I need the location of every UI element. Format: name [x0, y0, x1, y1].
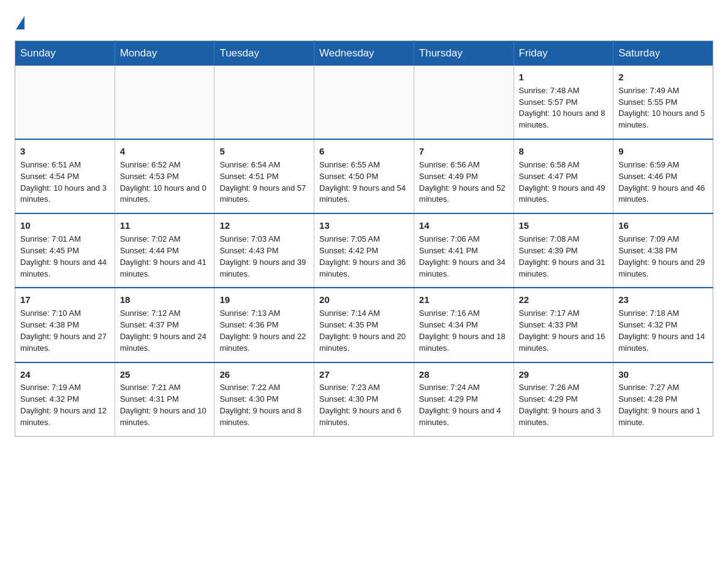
day-info-text: Sunset: 4:35 PM — [319, 320, 409, 331]
day-info-text: Sunrise: 7:02 AM — [120, 234, 210, 245]
day-number: 6 — [319, 145, 409, 158]
calendar-header-tuesday: Tuesday — [214, 41, 314, 66]
calendar-week-row: 1Sunrise: 7:48 AMSunset: 5:57 PMDaylight… — [15, 66, 713, 139]
calendar-cell — [414, 66, 514, 139]
calendar-cell: 9Sunrise: 6:59 AMSunset: 4:46 PMDaylight… — [613, 139, 713, 213]
day-info-text: Daylight: 9 hours and 34 minutes. — [419, 257, 509, 280]
day-info-text: Daylight: 10 hours and 3 minutes. — [20, 183, 110, 206]
day-number: 9 — [618, 145, 708, 158]
day-info-text: Sunset: 4:50 PM — [319, 171, 409, 183]
calendar-cell: 29Sunrise: 7:26 AMSunset: 4:29 PMDayligh… — [514, 362, 613, 437]
day-info-text: Sunset: 4:38 PM — [20, 320, 110, 331]
day-info-text: Sunset: 4:46 PM — [618, 171, 708, 183]
day-info-text: Sunrise: 7:17 AM — [519, 308, 609, 320]
day-number: 14 — [419, 219, 509, 232]
day-number: 21 — [419, 293, 509, 307]
day-info-text: Daylight: 9 hours and 29 minutes. — [618, 257, 708, 280]
day-number: 29 — [519, 368, 609, 381]
day-info-text: Sunset: 4:45 PM — [20, 245, 110, 257]
day-info-text: Daylight: 9 hours and 46 minutes. — [618, 183, 708, 206]
day-number: 25 — [120, 368, 210, 381]
day-info-text: Daylight: 9 hours and 54 minutes. — [319, 183, 409, 206]
day-info-text: Daylight: 9 hours and 8 minutes. — [219, 405, 309, 429]
calendar-cell: 15Sunrise: 7:08 AMSunset: 4:39 PMDayligh… — [514, 213, 613, 288]
day-number: 1 — [519, 71, 609, 84]
day-info-text: Sunset: 4:37 PM — [120, 320, 210, 331]
day-number: 26 — [219, 368, 309, 381]
day-info-text: Sunset: 4:53 PM — [120, 171, 210, 183]
day-info-text: Sunrise: 7:03 AM — [219, 234, 309, 245]
day-info-text: Sunrise: 6:54 AM — [219, 159, 309, 171]
day-number: 17 — [20, 293, 110, 307]
calendar-cell: 17Sunrise: 7:10 AMSunset: 4:38 PMDayligh… — [15, 288, 115, 362]
day-info-text: Daylight: 9 hours and 36 minutes. — [319, 257, 409, 280]
day-info-text: Sunrise: 7:06 AM — [419, 234, 509, 245]
day-number: 8 — [519, 145, 609, 158]
day-info-text: Sunset: 4:36 PM — [219, 320, 309, 331]
day-info-text: Daylight: 9 hours and 14 minutes. — [618, 331, 708, 354]
day-number: 22 — [519, 293, 609, 307]
calendar-cell: 21Sunrise: 7:16 AMSunset: 4:34 PMDayligh… — [414, 288, 514, 362]
day-info-text: Sunset: 4:54 PM — [20, 171, 110, 183]
logo — [15, 15, 25, 29]
day-info-text: Sunrise: 7:05 AM — [319, 234, 409, 245]
calendar-cell: 1Sunrise: 7:48 AMSunset: 5:57 PMDaylight… — [514, 66, 613, 139]
day-info-text: Daylight: 9 hours and 20 minutes. — [319, 331, 409, 354]
day-info-text: Sunrise: 6:52 AM — [120, 159, 210, 171]
day-info-text: Sunrise: 6:56 AM — [419, 159, 509, 171]
calendar-cell: 30Sunrise: 7:27 AMSunset: 4:28 PMDayligh… — [613, 362, 713, 437]
day-info-text: Sunrise: 6:51 AM — [20, 159, 110, 171]
calendar-cell: 5Sunrise: 6:54 AMSunset: 4:51 PMDaylight… — [214, 139, 314, 213]
day-info-text: Sunrise: 6:55 AM — [319, 159, 409, 171]
day-info-text: Daylight: 9 hours and 12 minutes. — [20, 405, 110, 429]
calendar-cell: 28Sunrise: 7:24 AMSunset: 4:29 PMDayligh… — [414, 362, 514, 437]
day-number: 7 — [419, 145, 509, 158]
day-info-text: Sunrise: 7:24 AM — [419, 382, 509, 394]
calendar-cell — [214, 66, 314, 139]
day-info-text: Daylight: 10 hours and 5 minutes. — [618, 108, 708, 131]
calendar-cell: 4Sunrise: 6:52 AMSunset: 4:53 PMDaylight… — [115, 139, 214, 213]
day-info-text: Daylight: 9 hours and 6 minutes. — [319, 405, 409, 429]
calendar-header-monday: Monday — [115, 41, 214, 66]
day-info-text: Sunrise: 7:09 AM — [618, 234, 708, 245]
day-number: 27 — [319, 368, 409, 381]
day-info-text: Sunrise: 7:48 AM — [519, 85, 609, 97]
day-info-text: Sunset: 4:47 PM — [519, 171, 609, 183]
day-info-text: Daylight: 9 hours and 39 minutes. — [219, 257, 309, 280]
day-info-text: Sunrise: 7:19 AM — [20, 382, 110, 394]
day-info-text: Sunrise: 7:18 AM — [618, 308, 708, 320]
day-info-text: Sunset: 4:44 PM — [120, 245, 210, 257]
day-number: 20 — [319, 293, 409, 307]
day-info-text: Sunset: 4:43 PM — [219, 245, 309, 257]
calendar-cell: 12Sunrise: 7:03 AMSunset: 4:43 PMDayligh… — [214, 213, 314, 288]
day-info-text: Sunrise: 7:26 AM — [519, 382, 609, 394]
day-number: 23 — [618, 293, 708, 307]
calendar-cell: 25Sunrise: 7:21 AMSunset: 4:31 PMDayligh… — [115, 362, 214, 437]
calendar-cell: 6Sunrise: 6:55 AMSunset: 4:50 PMDaylight… — [314, 139, 414, 213]
day-info-text: Sunrise: 7:22 AM — [219, 382, 309, 394]
calendar-header-friday: Friday — [514, 41, 613, 66]
day-number: 4 — [120, 145, 210, 158]
day-info-text: Sunset: 4:30 PM — [319, 394, 409, 405]
day-info-text: Daylight: 9 hours and 1 minute. — [618, 405, 708, 429]
day-info-text: Daylight: 9 hours and 57 minutes. — [219, 183, 309, 206]
calendar-cell: 27Sunrise: 7:23 AMSunset: 4:30 PMDayligh… — [314, 362, 414, 437]
day-info-text: Sunrise: 7:16 AM — [419, 308, 509, 320]
day-info-text: Sunset: 5:57 PM — [519, 97, 609, 109]
calendar-cell: 20Sunrise: 7:14 AMSunset: 4:35 PMDayligh… — [314, 288, 414, 362]
day-info-text: Sunrise: 7:27 AM — [618, 382, 708, 394]
calendar-header-saturday: Saturday — [613, 41, 713, 66]
day-info-text: Sunset: 4:41 PM — [419, 245, 509, 257]
day-info-text: Sunrise: 7:49 AM — [618, 85, 708, 97]
day-info-text: Sunrise: 7:14 AM — [319, 308, 409, 320]
day-info-text: Daylight: 9 hours and 10 minutes. — [120, 405, 210, 429]
day-number: 12 — [219, 219, 309, 232]
calendar-cell: 22Sunrise: 7:17 AMSunset: 4:33 PMDayligh… — [514, 288, 613, 362]
day-info-text: Sunset: 4:49 PM — [419, 171, 509, 183]
day-info-text: Sunrise: 6:59 AM — [618, 159, 708, 171]
calendar-cell: 19Sunrise: 7:13 AMSunset: 4:36 PMDayligh… — [214, 288, 314, 362]
day-info-text: Daylight: 9 hours and 27 minutes. — [20, 331, 110, 354]
day-info-text: Sunset: 4:28 PM — [618, 394, 708, 405]
page-header — [15, 15, 713, 29]
day-number: 24 — [20, 368, 110, 381]
